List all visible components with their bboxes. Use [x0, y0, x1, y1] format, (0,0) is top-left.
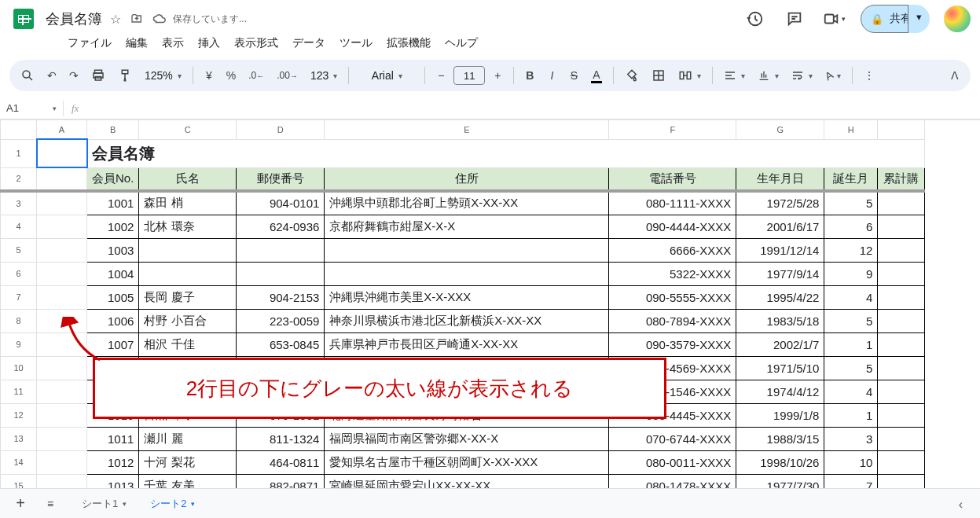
- strikethrough-icon[interactable]: S: [564, 64, 583, 86]
- increase-font-icon[interactable]: +: [488, 64, 507, 86]
- cell-tel-6[interactable]: 5322-XXXX: [609, 262, 736, 285]
- header-0[interactable]: 会員No.: [87, 167, 139, 191]
- cell-addr-4[interactable]: 京都府舞鶴市紺屋X-X-X: [325, 215, 609, 238]
- cell-total-11[interactable]: [878, 380, 925, 403]
- row-header-3[interactable]: 3: [1, 191, 37, 215]
- cell-addr-3[interactable]: 沖縄県中頭郡北谷町上勢頭X-XX-XX: [325, 191, 609, 215]
- history-icon[interactable]: [743, 6, 768, 31]
- cell-dob-8[interactable]: 1983/5/18: [736, 309, 824, 332]
- text-color-icon[interactable]: A: [586, 64, 606, 88]
- cell-addr-13[interactable]: 福岡県福岡市南区警弥郷X-XX-X: [325, 427, 609, 450]
- cell-total-5[interactable]: [878, 238, 925, 262]
- cell-addr-7[interactable]: 沖縄県沖縄市美里X-X-XXX: [325, 285, 609, 309]
- cell-total-14[interactable]: [878, 450, 925, 474]
- zoom-selector[interactable]: 125%: [140, 66, 186, 85]
- cell-month-3[interactable]: 5: [824, 191, 878, 215]
- cell-tel-5[interactable]: 6666-XXXX: [609, 238, 736, 262]
- cell-dob-4[interactable]: 2001/6/17: [736, 215, 824, 238]
- cell-no-5[interactable]: 1003: [87, 238, 139, 262]
- cell-total-13[interactable]: [878, 427, 925, 450]
- row-header-2[interactable]: 2: [1, 167, 37, 191]
- menu-ファイル[interactable]: ファイル: [61, 33, 118, 53]
- avatar[interactable]: [944, 6, 971, 32]
- col-header-A[interactable]: A: [37, 120, 87, 139]
- row-header-9[interactable]: 9: [1, 332, 37, 356]
- cell-total-7[interactable]: [878, 285, 925, 309]
- header-2[interactable]: 郵便番号: [237, 167, 325, 191]
- cell-dob-3[interactable]: 1972/5/28: [736, 191, 824, 215]
- cell-no-4[interactable]: 1002: [87, 215, 139, 238]
- row-header-6[interactable]: 6: [1, 262, 37, 285]
- row-header-11[interactable]: 11: [1, 380, 37, 403]
- cell-name-3[interactable]: 森田 梢: [139, 191, 237, 215]
- cell-A11[interactable]: [37, 380, 87, 403]
- decrease-font-icon[interactable]: −: [431, 64, 450, 86]
- cell-name-14[interactable]: 十河 梨花: [139, 450, 237, 474]
- decrease-decimal-icon[interactable]: .0←: [244, 65, 269, 86]
- menu-編集[interactable]: 編集: [119, 33, 154, 53]
- cell-name-5[interactable]: [139, 238, 237, 262]
- row-header-13[interactable]: 13: [1, 427, 37, 450]
- cell-zip-7[interactable]: 904-2153: [237, 285, 325, 309]
- row-header-4[interactable]: 4: [1, 215, 37, 238]
- row-header-1[interactable]: 1: [1, 139, 37, 167]
- cell-total-9[interactable]: [878, 332, 925, 356]
- row-header-7[interactable]: 7: [1, 285, 37, 309]
- all-sheets-icon[interactable]: ≡: [41, 493, 60, 515]
- header-5[interactable]: 生年月日: [736, 167, 824, 191]
- cell-dob-13[interactable]: 1988/3/15: [736, 427, 824, 450]
- cell-zip-9[interactable]: 653-0845: [237, 332, 325, 356]
- cell-dob-5[interactable]: 1991/12/14: [736, 238, 824, 262]
- row-header-12[interactable]: 12: [1, 403, 37, 427]
- cell-month-12[interactable]: 1: [824, 403, 878, 427]
- cell-dob-14[interactable]: 1998/10/26: [736, 450, 824, 474]
- cell-A5[interactable]: [37, 238, 87, 262]
- cell-tel-13[interactable]: 070-6744-XXXX: [609, 427, 736, 450]
- paint-format-icon[interactable]: [113, 64, 137, 87]
- row-header-8[interactable]: 8: [1, 309, 37, 332]
- sheets-logo[interactable]: [9, 5, 38, 33]
- cell-addr-5[interactable]: [325, 238, 609, 262]
- cell-A12[interactable]: [37, 403, 87, 427]
- col-header-D[interactable]: D: [237, 120, 325, 139]
- currency-icon[interactable]: ¥: [200, 64, 218, 86]
- cell-total-3[interactable]: [878, 191, 925, 215]
- cell-name-13[interactable]: 瀬川 麗: [139, 427, 237, 450]
- col-header-E[interactable]: E: [325, 120, 609, 139]
- cell-tel-14[interactable]: 080-0011-XXXX: [609, 450, 736, 474]
- text-wrap-icon[interactable]: [787, 66, 817, 85]
- cell-month-10[interactable]: 5: [824, 356, 878, 380]
- more-icon[interactable]: ⋮: [859, 64, 879, 86]
- header-6[interactable]: 誕生月: [824, 167, 878, 191]
- cell-tel-9[interactable]: 090-3579-XXXX: [609, 332, 736, 356]
- fill-color-icon[interactable]: [620, 64, 644, 87]
- explore-icon[interactable]: ‹: [959, 498, 963, 512]
- cell-zip-4[interactable]: 624-0936: [237, 215, 325, 238]
- cell-addr-9[interactable]: 兵庫県神戸市長田区戸崎通X-XX-XX: [325, 332, 609, 356]
- cell-dob-9[interactable]: 2002/1/7: [736, 332, 824, 356]
- borders-icon[interactable]: [647, 64, 670, 87]
- cell-no-14[interactable]: 1012: [87, 450, 139, 474]
- doc-title[interactable]: 会員名簿: [46, 9, 102, 28]
- share-dropdown[interactable]: ▾: [908, 5, 930, 33]
- col-header-G[interactable]: G: [736, 120, 824, 139]
- menu-表示[interactable]: 表示: [156, 33, 190, 53]
- cell-no-3[interactable]: 1001: [87, 191, 139, 215]
- move-icon[interactable]: [130, 13, 143, 25]
- cell-month-7[interactable]: 4: [824, 285, 878, 309]
- select-all-cell[interactable]: [1, 120, 37, 139]
- cell-dob-7[interactable]: 1995/4/22: [736, 285, 824, 309]
- cell-name-6[interactable]: [139, 262, 237, 285]
- sheet-tab-1[interactable]: シート2: [139, 490, 206, 517]
- row-header-5[interactable]: 5: [1, 238, 37, 262]
- cell-month-6[interactable]: 9: [824, 262, 878, 285]
- cell-month-11[interactable]: 4: [824, 380, 878, 403]
- cell-A4[interactable]: [37, 215, 87, 238]
- cell-dob-10[interactable]: 1971/5/10: [736, 356, 824, 380]
- cell-name-8[interactable]: 村野 小百合: [139, 309, 237, 332]
- col-header-C[interactable]: C: [139, 120, 237, 139]
- col-header-F[interactable]: F: [609, 120, 736, 139]
- sheet-tab-0[interactable]: シート1: [71, 490, 138, 517]
- cell-no-6[interactable]: 1004: [87, 262, 139, 285]
- cell-A7[interactable]: [37, 285, 87, 309]
